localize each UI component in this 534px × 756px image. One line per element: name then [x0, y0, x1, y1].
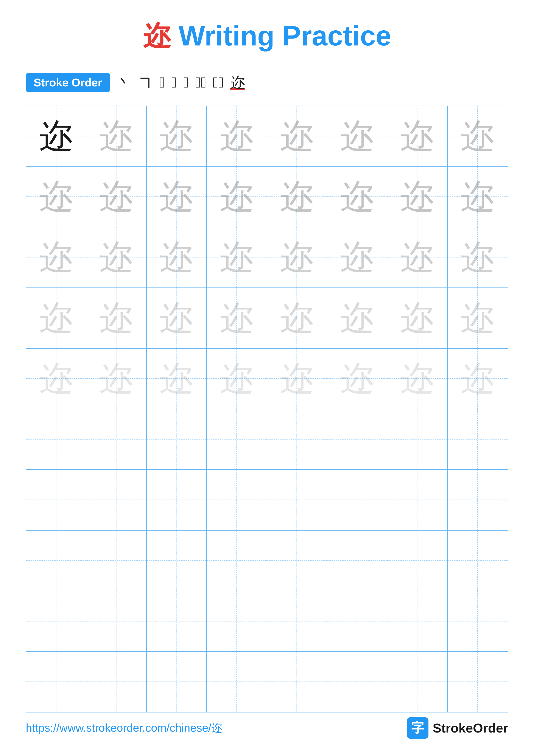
grid-cell-1-7[interactable]: 迩 [387, 106, 447, 166]
grid-cell-1-2[interactable]: 迩 [87, 106, 146, 166]
grid-cell-7-3[interactable] [147, 470, 207, 530]
stroke-5: 𠃏 [183, 74, 189, 91]
grid-cell-5-4[interactable]: 迩 [207, 349, 267, 409]
grid-cell-5-1[interactable]: 迩 [26, 349, 87, 409]
grid-cell-4-8[interactable]: 迩 [447, 288, 508, 348]
grid-cell-8-8[interactable] [447, 530, 508, 591]
grid-cell-5-3[interactable]: 迩 [147, 349, 207, 409]
grid-cell-10-3[interactable] [147, 652, 207, 712]
stroke-8: 迩 [230, 72, 245, 93]
grid-cell-8-6[interactable] [327, 530, 387, 591]
grid-cell-9-5[interactable] [267, 591, 327, 651]
grid-cell-8-1[interactable] [26, 530, 87, 591]
char-light1: 迩 [99, 119, 134, 153]
grid-cell-4-7[interactable]: 迩 [387, 288, 447, 348]
title-char: 迩 [143, 20, 171, 51]
grid-cell-1-3[interactable]: 迩 [147, 106, 207, 166]
grid-cell-8-5[interactable] [267, 530, 327, 591]
grid-cell-10-2[interactable] [87, 652, 146, 712]
grid-cell-6-5[interactable] [267, 409, 327, 470]
grid-cell-7-5[interactable] [267, 470, 327, 530]
footer-url[interactable]: https://www.strokeorder.com/chinese/迩 [26, 720, 222, 736]
grid-cell-1-5[interactable]: 迩 [267, 106, 327, 166]
grid-cell-2-4[interactable]: 迩 [207, 167, 267, 227]
grid-cell-1-1[interactable]: 迩 [26, 106, 87, 166]
grid-cell-8-2[interactable] [87, 530, 146, 591]
grid-cell-6-2[interactable] [87, 409, 146, 470]
grid-cell-2-1[interactable]: 迩 [26, 167, 87, 227]
grid-cell-2-5[interactable]: 迩 [267, 167, 327, 227]
grid-cell-3-1[interactable]: 迩 [26, 228, 87, 287]
grid-cell-4-6[interactable]: 迩 [327, 288, 387, 348]
grid-row-2: 迩 迩 迩 迩 迩 迩 迩 迩 [26, 167, 508, 227]
grid-cell-5-6[interactable]: 迩 [327, 349, 387, 409]
grid-cell-7-2[interactable] [87, 470, 146, 530]
grid-cell-10-7[interactable] [387, 652, 447, 712]
grid-cell-3-7[interactable]: 迩 [387, 228, 447, 287]
grid-cell-7-7[interactable] [387, 470, 447, 530]
grid-cell-3-4[interactable]: 迩 [207, 228, 267, 287]
grid-cell-9-4[interactable] [207, 591, 267, 651]
grid-cell-2-8[interactable]: 迩 [447, 167, 508, 227]
char-light1: 迩 [340, 119, 374, 153]
grid-cell-1-4[interactable]: 迩 [207, 106, 267, 166]
grid-cell-3-3[interactable]: 迩 [147, 228, 207, 287]
stroke-2: ㇕ [138, 72, 153, 93]
grid-cell-5-5[interactable]: 迩 [267, 349, 327, 409]
grid-cell-7-4[interactable] [207, 470, 267, 530]
grid-cell-10-1[interactable] [26, 652, 87, 712]
grid-cell-4-3[interactable]: 迩 [147, 288, 207, 348]
grid-cell-6-1[interactable] [26, 409, 87, 470]
grid-cell-9-3[interactable] [147, 591, 207, 651]
grid-cell-6-6[interactable] [327, 409, 387, 470]
char-light1: 迩 [280, 119, 314, 153]
grid-cell-9-7[interactable] [387, 591, 447, 651]
grid-row-3: 迩 迩 迩 迩 迩 迩 迩 迩 [26, 228, 508, 288]
grid-cell-4-2[interactable]: 迩 [87, 288, 146, 348]
grid-cell-6-8[interactable] [447, 409, 508, 470]
grid-cell-4-4[interactable]: 迩 [207, 288, 267, 348]
grid-cell-7-8[interactable] [447, 470, 508, 530]
grid-cell-8-3[interactable] [147, 530, 207, 591]
grid-cell-2-7[interactable]: 迩 [387, 167, 447, 227]
grid-cell-3-5[interactable]: 迩 [267, 228, 327, 287]
stroke-order-row: Stroke Order 丶 ㇕ 𠃍 𠃎 𠃏 迩̈ 迩̇ 迩 [26, 72, 508, 93]
grid-cell-6-7[interactable] [387, 409, 447, 470]
stroke-order-badge: Stroke Order [26, 73, 110, 92]
char-light1: 迩 [159, 119, 194, 153]
grid-cell-9-8[interactable] [447, 591, 508, 651]
grid-row-6 [26, 409, 508, 470]
grid-cell-7-6[interactable] [327, 470, 387, 530]
grid-cell-5-8[interactable]: 迩 [447, 349, 508, 409]
grid-cell-10-5[interactable] [267, 652, 327, 712]
grid-cell-9-1[interactable] [26, 591, 87, 651]
grid-cell-5-2[interactable]: 迩 [87, 349, 146, 409]
grid-row-1: 迩 迩 迩 迩 迩 迩 迩 迩 [26, 106, 508, 167]
grid-cell-10-4[interactable] [207, 652, 267, 712]
grid-cell-1-8[interactable]: 迩 [447, 106, 508, 166]
grid-cell-9-2[interactable] [87, 591, 146, 651]
grid-row-8 [26, 530, 508, 591]
logo-icon: 字 [407, 717, 428, 739]
grid-cell-9-6[interactable] [327, 591, 387, 651]
grid-cell-10-6[interactable] [327, 652, 387, 712]
grid-cell-3-6[interactable]: 迩 [327, 228, 387, 287]
grid-cell-6-3[interactable] [147, 409, 207, 470]
stroke-4: 𠃎 [171, 74, 177, 91]
grid-cell-6-4[interactable] [207, 409, 267, 470]
grid-row-5: 迩 迩 迩 迩 迩 迩 迩 迩 [26, 349, 508, 409]
grid-cell-3-8[interactable]: 迩 [447, 228, 508, 287]
grid-cell-2-6[interactable]: 迩 [327, 167, 387, 227]
grid-cell-4-5[interactable]: 迩 [267, 288, 327, 348]
grid-cell-4-1[interactable]: 迩 [26, 288, 87, 348]
grid-cell-2-2[interactable]: 迩 [87, 167, 146, 227]
grid-cell-8-4[interactable] [207, 530, 267, 591]
grid-cell-1-6[interactable]: 迩 [327, 106, 387, 166]
grid-cell-8-7[interactable] [387, 530, 447, 591]
grid-cell-10-8[interactable] [447, 652, 508, 712]
grid-cell-2-3[interactable]: 迩 [147, 167, 207, 227]
grid-cell-5-7[interactable]: 迩 [387, 349, 447, 409]
grid-cell-7-1[interactable] [26, 470, 87, 530]
page-title: 迩 Writing Practice [26, 17, 508, 55]
grid-cell-3-2[interactable]: 迩 [87, 228, 146, 287]
